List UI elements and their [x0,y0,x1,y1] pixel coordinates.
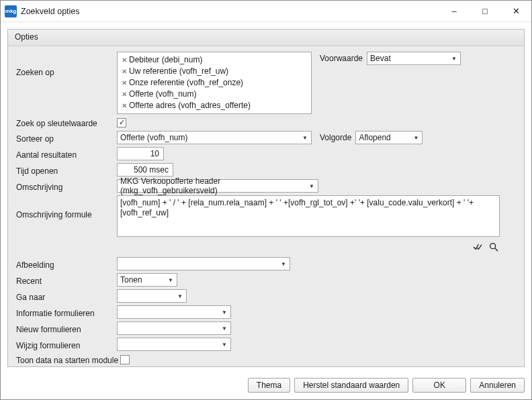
label-zoek-sleutel: Zoek op sleutelwaarde [16,117,117,128]
chevron-down-icon: ▼ [279,258,288,270]
toon-data-checkbox[interactable] [120,355,130,364]
volgorde-select[interactable]: Aflopend ▼ [355,131,423,144]
wijzig-formulieren-select[interactable]: ▼ [117,338,231,351]
close-button[interactable]: ✕ [500,1,531,21]
sorteer-op-value: Offerte (vofh_num) [120,133,188,142]
aantal-resultaten-value: 10 [150,149,159,158]
options-groupbox: Opties Zoeken op ✕Debiteur (debi_num) ✕U… [7,29,525,367]
tag-remove-icon[interactable]: ✕ [122,56,127,64]
formula-tool-icons [117,240,500,253]
voorwaarde-select[interactable]: Bevat ▼ [367,52,461,65]
label-voorwaarde: Voorwaarde [320,54,363,63]
validate-icon[interactable] [472,241,484,253]
window-title: Zoekveld opties [21,7,439,16]
tag-label: Onze referentie (vofh_ref_onze) [129,78,243,87]
tag-remove-icon[interactable]: ✕ [122,79,127,87]
omschrijving-value: MKG Verkoopofferte header (mkg_vofh_gebr… [120,177,306,195]
nieuw-formulieren-select[interactable]: ▼ [117,321,231,335]
ga-naar-select[interactable]: ▼ [117,289,187,303]
titlebar: mkg Zoekveld opties – □ ✕ [1,1,531,22]
label-toon-data: Toon data na starten module [16,354,120,365]
annuleren-button[interactable]: Annuleren [470,378,525,393]
tag-item[interactable]: ✕Debiteur (debi_num) [122,54,202,66]
window-controls: – □ ✕ [439,1,531,21]
label-ga-naar: Ga naar [16,291,117,302]
label-omschrijving: Omschrijving [16,181,117,192]
maximize-button[interactable]: □ [470,1,500,21]
sorteer-op-select[interactable]: Offerte (vofh_num) ▼ [117,131,312,144]
tag-remove-icon[interactable]: ✕ [122,68,127,75]
client-area: Opties Zoeken op ✕Debiteur (debi_num) ✕U… [1,22,531,374]
tag-item[interactable]: ✕Onze referentie (vofh_ref_onze) [122,77,243,89]
label-wijzig-formulieren: Wijzig formulieren [16,339,117,350]
thema-button[interactable]: Thema [248,378,290,393]
label-sorteer-op: Sorteer op [16,132,117,144]
minimize-button[interactable]: – [439,1,470,21]
chevron-down-icon: ▼ [166,274,175,286]
volgorde-value: Aflopend [359,133,390,142]
tag-remove-icon[interactable]: ✕ [122,91,127,98]
omschrijving-select[interactable]: MKG Verkoopofferte header (mkg_vofh_gebr… [117,179,318,193]
tijd-openen-value: 500 msec [134,165,169,174]
ok-button[interactable]: OK [412,378,466,393]
tag-label: Uw referentie (vofh_ref_uw) [129,66,228,76]
omschrijving-formule-value: [vofh_num] + ' / ' + [rela_num.rela_naam… [120,198,474,217]
app-icon: mkg [5,5,17,17]
form: Zoeken op ✕Debiteur (debi_num) ✕Uw refer… [8,46,524,367]
omschrijving-formule-textarea[interactable]: [vofh_num] + ' / ' + [rela_num.rela_naam… [117,195,500,237]
label-volgorde: Volgorde [320,133,351,142]
tag-label: Offerte adres (vofh_adres_offerte) [129,101,251,110]
aantal-resultaten-input[interactable]: 10 [117,147,164,160]
chevron-down-icon: ▼ [220,306,229,318]
chevron-down-icon: ▼ [449,52,459,64]
search-icon[interactable] [488,241,500,253]
chevron-down-icon: ▼ [411,132,420,144]
zoeken-op-tagbox[interactable]: ✕Debiteur (debi_num) ✕Uw referentie (vof… [117,52,312,114]
herstel-button[interactable]: Herstel standaard waarden [294,378,408,393]
label-tijd-openen: Tijd openen [16,164,117,176]
svg-line-1 [495,248,498,251]
chevron-down-icon: ▼ [175,290,185,302]
voorwaarde-value: Bevat [370,54,391,63]
recent-value: Tonen [120,275,142,285]
groupbox-title: Opties [8,30,524,46]
label-recent: Recent [16,274,117,286]
afbeelding-select[interactable]: ▼ [117,257,290,270]
dialog-window: mkg Zoekveld opties – □ ✕ Opties Zoeken … [0,0,532,400]
svg-point-0 [490,244,496,249]
chevron-down-icon: ▼ [220,338,229,350]
zoek-sleutel-checkbox[interactable]: ✓ [117,118,126,128]
tag-item[interactable]: ✕Offerte (vofh_num) [122,89,197,100]
label-aantal-resultaten: Aantal resultaten [16,148,117,160]
tag-label: Debiteur (debi_num) [129,55,202,64]
dialog-footer: Thema Herstel standaard waarden OK Annul… [1,374,531,399]
label-afbeelding: Afbeelding [16,258,117,270]
chevron-down-icon: ▼ [307,180,316,192]
label-nieuw-formulieren: Nieuw formulieren [16,323,117,334]
tag-remove-icon[interactable]: ✕ [122,102,127,109]
chevron-down-icon: ▼ [300,132,310,144]
tag-item[interactable]: ✕Offerte adres (vofh_adres_offerte) [122,100,251,111]
chevron-down-icon: ▼ [220,322,229,334]
label-omschrijving-formule: Omschrijving formule [16,195,117,219]
recent-select[interactable]: Tonen ▼ [117,273,177,287]
label-informatie-formulieren: Informatie formulieren [16,307,117,318]
tijd-openen-input[interactable]: 500 msec [117,163,173,177]
label-zoeken-op: Zoeken op [16,52,117,77]
tag-label: Offerte (vofh_num) [129,89,197,99]
checkbox-mark: ✓ [119,119,125,126]
tag-item[interactable]: ✕Uw referentie (vofh_ref_uw) [122,66,228,77]
informatie-formulieren-select[interactable]: ▼ [117,305,231,319]
